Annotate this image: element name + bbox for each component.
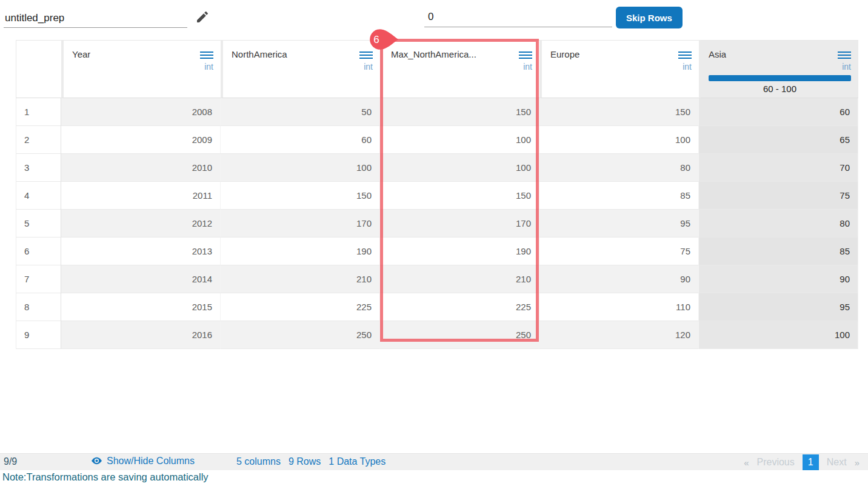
column-type-label: int <box>204 62 213 71</box>
data-cell: 60 <box>221 126 380 154</box>
column-name: Year <box>72 47 90 59</box>
data-cell: 250 <box>221 321 380 349</box>
column-menu-icon[interactable] <box>519 47 532 61</box>
column-type-label: int <box>842 62 851 71</box>
column-header-max-northamerica-[interactable]: Max_NorthAmerica...int <box>380 40 539 98</box>
rows-count[interactable]: 9 Rows <box>289 456 321 467</box>
column-name: NorthAmerica <box>232 47 287 59</box>
column-name: Asia <box>709 47 726 59</box>
column-type-label: int <box>523 62 532 71</box>
data-cell: 2013 <box>61 238 221 265</box>
data-cell: 2012 <box>61 210 221 238</box>
row-count: 9/9 <box>4 456 17 467</box>
data-cell: 110 <box>539 293 699 321</box>
data-cell: 150 <box>221 182 380 210</box>
pagination-last-icon[interactable]: » <box>855 457 860 468</box>
data-cell: 225 <box>221 293 380 321</box>
data-cell: 2011 <box>61 182 221 210</box>
show-hide-columns-label: Show/Hide Columns <box>107 456 195 467</box>
skip-rows-input[interactable] <box>424 7 612 27</box>
row-number-cell: 3 <box>16 154 61 182</box>
data-cell: 190 <box>221 238 380 265</box>
data-cell: 100 <box>699 321 858 349</box>
prep-name-input[interactable] <box>4 8 187 28</box>
data-prep-app: Skip Rows YearintNorthAmericaintMax_Nort… <box>0 0 868 492</box>
pagination-page-1[interactable]: 1 <box>803 454 819 470</box>
data-cell: 100 <box>380 126 539 154</box>
data-cell: 60 <box>699 98 858 126</box>
data-cell: 85 <box>539 182 699 210</box>
column-header-europe[interactable]: Europeint <box>539 40 699 98</box>
table-row: 120085015015060 <box>16 98 858 126</box>
table-row: 620131901907585 <box>16 238 858 265</box>
header-row: YearintNorthAmericaintMax_NorthAmerica..… <box>16 40 858 98</box>
data-types-count[interactable]: 1 Data Types <box>329 456 386 467</box>
data-cell: 65 <box>699 126 858 154</box>
data-cell: 150 <box>380 182 539 210</box>
table-row: 8201522522511095 <box>16 293 858 321</box>
column-menu-icon[interactable] <box>200 47 213 61</box>
data-cell: 80 <box>539 154 699 182</box>
column-menu-icon[interactable] <box>359 47 373 61</box>
data-cell: 80 <box>699 210 858 238</box>
data-cell: 170 <box>380 210 539 238</box>
skip-rows-button[interactable]: Skip Rows <box>616 7 683 28</box>
column-type-label: int <box>683 62 692 71</box>
data-cell: 210 <box>380 265 539 293</box>
table-row: 220096010010065 <box>16 126 858 154</box>
data-cell: 170 <box>221 210 380 238</box>
show-hide-columns-button[interactable]: Show/Hide Columns <box>91 455 195 467</box>
column-header-asia[interactable]: Asiaint60 - 100 <box>699 40 858 98</box>
data-cell: 2015 <box>61 293 221 321</box>
column-header-year[interactable]: Yearint <box>61 40 221 98</box>
data-cell: 100 <box>221 154 380 182</box>
data-cell: 2016 <box>61 321 221 349</box>
eye-icon <box>91 455 102 467</box>
data-cell: 225 <box>380 293 539 321</box>
row-number-cell: 7 <box>16 265 61 293</box>
table-row: 92016250250120100 <box>16 321 858 349</box>
data-cell: 70 <box>699 154 858 182</box>
row-number-cell: 9 <box>16 321 61 349</box>
data-cell: 100 <box>380 154 539 182</box>
data-cell: 95 <box>539 210 699 238</box>
row-number-cell: 1 <box>16 98 61 126</box>
column-name: Europe <box>550 47 579 59</box>
column-header-northamerica[interactable]: NorthAmericaint <box>221 40 380 98</box>
data-cell: 50 <box>221 98 380 126</box>
data-cell: 250 <box>380 321 539 349</box>
row-number-cell: 2 <box>16 126 61 154</box>
data-cell: 85 <box>699 238 858 265</box>
column-range-label: 60 - 100 <box>709 84 851 94</box>
row-number-header <box>16 40 61 98</box>
row-number-cell: 8 <box>16 293 61 321</box>
data-cell: 75 <box>539 238 699 265</box>
data-cell: 90 <box>699 265 858 293</box>
data-cell: 100 <box>539 126 699 154</box>
data-cell: 190 <box>380 238 539 265</box>
data-cell: 210 <box>221 265 380 293</box>
pagination-next[interactable]: Next <box>827 457 847 468</box>
top-toolbar: Skip Rows <box>0 0 868 38</box>
row-number-cell: 5 <box>16 210 61 238</box>
data-cell: 150 <box>380 98 539 126</box>
column-range-bar[interactable] <box>709 75 851 81</box>
pagination-previous[interactable]: Previous <box>757 457 795 468</box>
edit-pencil-icon[interactable] <box>195 10 210 24</box>
pagination-first-icon[interactable]: « <box>744 457 749 468</box>
columns-count[interactable]: 5 columns <box>236 456 281 467</box>
column-menu-icon[interactable] <box>838 47 851 61</box>
data-cell: 120 <box>539 321 699 349</box>
data-cell: 150 <box>539 98 699 126</box>
column-menu-icon[interactable] <box>678 47 692 61</box>
autosave-note: Note:Transformations are saving automati… <box>2 471 209 483</box>
data-cell: 2009 <box>61 126 221 154</box>
column-type-label: int <box>364 62 373 71</box>
table-row: 520121701709580 <box>16 210 858 238</box>
row-number-cell: 6 <box>16 238 61 265</box>
table-row: 720142102109090 <box>16 265 858 293</box>
data-cell: 95 <box>699 293 858 321</box>
data-cell: 2010 <box>61 154 221 182</box>
summary-counts: 5 columns 9 Rows 1 Data Types <box>236 456 386 467</box>
row-number-cell: 4 <box>16 182 61 210</box>
